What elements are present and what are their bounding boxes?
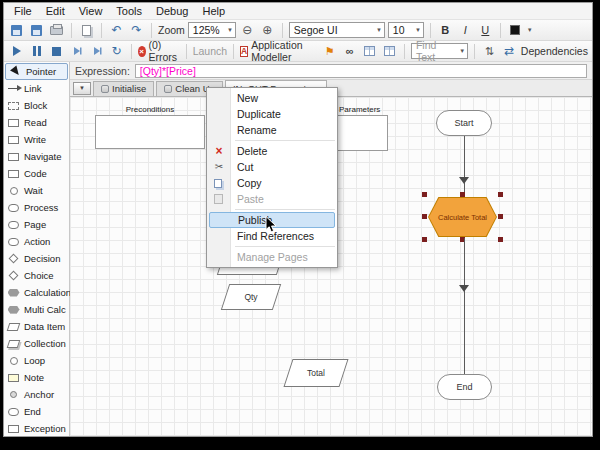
menu-tools[interactable]: Tools <box>109 4 149 18</box>
toolbox-label: Write <box>24 134 46 145</box>
calculate-total-node[interactable]: Calculate Total <box>428 197 497 237</box>
errors-button[interactable]: (0) Errors <box>149 39 180 63</box>
step-over-button[interactable] <box>88 43 105 60</box>
separator <box>404 44 405 59</box>
tab-initialise[interactable]: Initialise <box>93 81 154 96</box>
toolbox-item-note[interactable]: Note <box>4 369 69 386</box>
launch-button[interactable]: Launch <box>193 45 227 57</box>
data-item-icon <box>7 323 20 331</box>
code-icon <box>7 170 20 178</box>
toolbox-item-action[interactable]: Action <box>4 233 69 250</box>
context-item-new[interactable]: New <box>207 90 337 106</box>
table-view-button[interactable] <box>381 43 398 60</box>
undo-button[interactable]: ↶ <box>108 22 125 39</box>
toolbox-label: Loop <box>24 355 45 366</box>
step-button[interactable] <box>68 43 85 60</box>
font-size-select[interactable]: 10 <box>388 22 424 38</box>
toolbox-item-end[interactable]: End <box>4 403 69 420</box>
find-text-input[interactable]: Find Text <box>411 43 468 59</box>
sort-icon[interactable]: ⇅ <box>481 43 498 60</box>
toolbox-item-page[interactable]: Page <box>4 216 69 233</box>
tab-list-dropdown[interactable]: ▼ <box>73 82 91 95</box>
toolbox-item-code[interactable]: Code <box>4 165 69 182</box>
print-button[interactable] <box>48 22 65 39</box>
end-icon <box>7 408 20 416</box>
toolbox-item-calculation[interactable]: Calculation <box>4 284 69 301</box>
link-icon <box>7 88 20 89</box>
toolbox-item-loop[interactable]: Loop <box>4 352 69 369</box>
toolbox-item-exception[interactable]: Exception <box>4 420 69 437</box>
application-modeller-icon <box>240 46 248 57</box>
menu-file[interactable]: File <box>7 4 39 18</box>
toolbox-item-write[interactable]: Write <box>4 131 69 148</box>
total-label: Total <box>289 360 343 386</box>
toolbox-item-data-item[interactable]: Data Item <box>4 318 69 335</box>
menu-edit[interactable]: Edit <box>39 4 72 18</box>
reset-button[interactable]: ↻ <box>108 43 125 60</box>
context-item-duplicate[interactable]: Duplicate <box>207 106 337 122</box>
play-button[interactable] <box>8 43 25 60</box>
toolbox-label: End <box>24 406 41 417</box>
zoom-select[interactable]: 125% <box>188 22 236 38</box>
underline-button[interactable]: U <box>477 22 494 39</box>
navigate-icon <box>7 153 20 161</box>
context-item-delete[interactable]: ×Delete <box>207 143 337 159</box>
save-as-button[interactable] <box>28 22 45 39</box>
toolbox-item-pointer[interactable]: Pointer <box>5 63 68 80</box>
color-picker-button[interactable] <box>507 22 524 39</box>
toolbox-item-anchor[interactable]: Anchor <box>4 386 69 403</box>
bold-button[interactable]: B <box>437 22 454 39</box>
application-modeller-button[interactable]: Application Modeller <box>251 39 318 63</box>
font-family-select[interactable]: Segoe UI <box>289 22 385 38</box>
copy-button[interactable] <box>78 22 95 39</box>
end-node[interactable]: End <box>437 374 492 400</box>
toolbox-item-link[interactable]: Link <box>4 80 69 97</box>
toolbox-label: Note <box>24 372 44 383</box>
start-node[interactable]: Start <box>436 110 492 136</box>
menu-view[interactable]: View <box>72 4 110 18</box>
calculation-icon <box>7 289 20 297</box>
print-icon <box>50 26 63 35</box>
expression-field[interactable]: [Qty]*[Price] <box>135 64 587 78</box>
toolbox-item-wait[interactable]: Wait <box>4 182 69 199</box>
toolbox-item-block[interactable]: Block <box>4 97 69 114</box>
italic-button[interactable]: I <box>457 22 474 39</box>
color-dropdown-icon[interactable]: ▼ <box>527 27 533 33</box>
context-item-copy[interactable]: Copy <box>207 175 337 191</box>
grid-view-button[interactable] <box>361 43 378 60</box>
context-item-manage-pages: Manage Pages <box>207 249 337 265</box>
toolbox-item-decision[interactable]: Decision <box>4 250 69 267</box>
toolbox-item-navigate[interactable]: Navigate <box>4 148 69 165</box>
separator <box>430 23 431 38</box>
grid-icon <box>364 46 375 56</box>
dependencies-button[interactable]: Dependencies <box>521 45 588 57</box>
menu-debug[interactable]: Debug <box>149 4 195 18</box>
note-icon <box>7 374 20 382</box>
context-label: Copy <box>237 177 262 189</box>
process-icon <box>7 204 20 212</box>
toolbox-item-choice[interactable]: Choice <box>4 267 69 284</box>
total-data-item[interactable]: Total <box>283 359 348 387</box>
wait-icon <box>7 187 20 195</box>
context-item-cut[interactable]: ✂Cut <box>207 159 337 175</box>
toolbox-item-process[interactable]: Process <box>4 199 69 216</box>
toolbox-item-collection[interactable]: Collection <box>4 335 69 352</box>
menu-separator <box>235 140 335 141</box>
zoom-in-icon[interactable]: ⊕ <box>259 22 276 39</box>
pause-button[interactable] <box>28 43 45 60</box>
stop-button[interactable] <box>48 43 65 60</box>
loop-icon <box>7 357 20 365</box>
validate-icon[interactable]: ∞ <box>341 43 358 60</box>
save-button[interactable] <box>8 22 25 39</box>
context-item-rename[interactable]: Rename <box>207 122 337 138</box>
toolbox-label: Code <box>24 168 47 179</box>
toolbox-item-multi-calc[interactable]: Multi Calc <box>4 301 69 318</box>
toolbox-item-read[interactable]: Read <box>4 114 69 131</box>
blue-prism-window: File Edit View Tools Debug Help ↶ ↷ Zoom… <box>3 2 593 437</box>
separator <box>151 23 152 38</box>
flag-icon[interactable]: ⚑ <box>321 43 338 60</box>
menu-help[interactable]: Help <box>195 4 232 18</box>
redo-button[interactable]: ↷ <box>128 22 145 39</box>
zoom-out-icon[interactable]: ⊖ <box>239 22 256 39</box>
qty-data-item[interactable]: Qty <box>221 284 281 310</box>
